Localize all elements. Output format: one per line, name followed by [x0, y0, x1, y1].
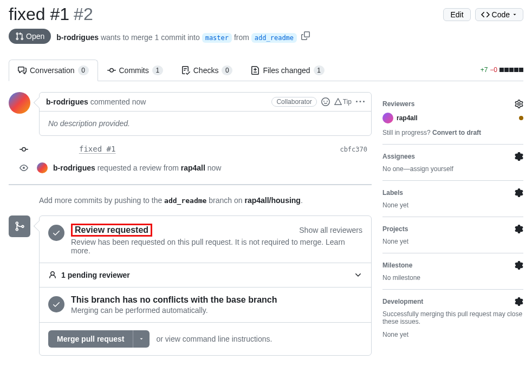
review-requested-body: Review has been requested on this pull r… — [71, 238, 362, 255]
merge-panel: Review requested Show all reviewers Revi… — [39, 215, 372, 356]
gear-icon[interactable] — [515, 225, 523, 233]
comment-discussion-icon — [18, 66, 27, 75]
event-time: now — [205, 164, 222, 172]
sidebar-development-body: Successfully merging this pull request m… — [382, 310, 523, 325]
check-icon — [52, 300, 61, 309]
diff-blocks-icon — [499, 68, 523, 72]
avatar — [382, 113, 393, 123]
event-target[interactable]: rap4all — [181, 164, 205, 172]
show-all-reviewers-link[interactable]: Show all reviewers — [299, 226, 362, 234]
state-label: Open — [26, 32, 44, 41]
assign-yourself-link[interactable]: assign yourself — [410, 165, 453, 173]
convert-draft-link[interactable]: Convert to draft — [432, 129, 481, 136]
sidebar-milestone-body: No milestone — [382, 274, 523, 282]
gear-icon[interactable] — [515, 188, 523, 197]
state-badge: Open — [9, 29, 51, 44]
pending-reviewer-row[interactable]: 1 pending reviewer — [48, 271, 362, 279]
tab-commits-count: 1 — [152, 66, 163, 75]
comment-body: No description provided. — [40, 112, 371, 135]
comment-box: b-rodrigues commented now Collaborator T… — [39, 92, 372, 136]
pr-title-wrap: fixed #1 #2 — [9, 4, 93, 24]
tab-conversation-label: Conversation — [30, 66, 75, 75]
check-icon — [52, 228, 61, 237]
head-branch[interactable]: add_readme — [251, 33, 297, 43]
meta-author[interactable]: b-rodrigues — [56, 33, 99, 42]
avatar[interactable] — [37, 162, 48, 173]
commit-row: fixed #1 cbfc370 — [9, 145, 372, 154]
avatar[interactable] — [9, 92, 30, 114]
tab-files[interactable]: Files changed 1 — [242, 60, 333, 81]
commit-sha[interactable]: cbfc370 — [340, 146, 367, 153]
gear-icon[interactable] — [515, 297, 523, 306]
role-badge: Collaborator — [271, 97, 316, 107]
pending-dot-icon — [519, 116, 523, 120]
base-branch[interactable]: master — [202, 33, 232, 43]
comment-time[interactable]: now — [132, 97, 146, 106]
tab-commits-label: Commits — [119, 66, 149, 75]
status-circle — [48, 296, 64, 312]
diffstat: +7 −0 — [481, 66, 523, 74]
copilot-tip[interactable]: Tip — [334, 98, 352, 106]
gear-icon[interactable] — [515, 261, 523, 270]
sidebar-projects-title: Projects — [382, 225, 408, 233]
gear-icon[interactable] — [515, 100, 523, 108]
merge-icon-box — [9, 215, 30, 237]
no-conflicts-body: Merging can be performed automatically. — [71, 306, 277, 315]
sidebar-assignees-title: Assignees — [382, 153, 415, 160]
git-merge-icon — [14, 221, 25, 232]
cli-instructions-link[interactable]: command line instructions. — [183, 335, 273, 343]
pr-number: #2 — [74, 4, 93, 24]
smiley-icon[interactable] — [321, 97, 330, 106]
sidebar-assignees-body: No one—assign yourself — [382, 165, 523, 173]
code-button[interactable]: Code — [475, 8, 523, 21]
tab-conversation-count: 0 — [78, 66, 89, 75]
gear-icon[interactable] — [515, 152, 523, 161]
tab-checks[interactable]: Checks 0 — [172, 60, 242, 81]
tab-files-label: Files changed — [263, 66, 310, 75]
commit-icon — [107, 66, 116, 75]
diff-additions: +7 — [481, 66, 488, 74]
code-icon — [481, 10, 490, 19]
chevron-down-icon — [354, 271, 362, 279]
sidebar-reviewers-title: Reviewers — [382, 100, 414, 108]
edit-button[interactable]: Edit — [443, 8, 470, 21]
sidebar-development-none: None yet — [382, 331, 523, 338]
meta-text: b-rodrigues wants to merge 1 commit into… — [56, 31, 310, 42]
caret-down-icon — [512, 12, 517, 17]
commit-message[interactable]: fixed #1 — [79, 145, 115, 154]
caret-down-icon — [139, 336, 144, 342]
review-requested-event: b-rodrigues requested a review from rap4… — [9, 162, 372, 173]
merge-pull-request-button[interactable]: Merge pull request — [48, 330, 133, 348]
tab-checks-label: Checks — [193, 66, 219, 75]
sidebar-development-title: Development — [382, 298, 423, 305]
diff-deletions: −0 — [490, 66, 497, 74]
eye-icon — [20, 164, 28, 172]
tab-commits[interactable]: Commits 1 — [98, 60, 172, 81]
pull-request-icon — [15, 32, 24, 41]
review-requested-title: Review requested — [75, 225, 148, 234]
or-view-text: or view command line instructions. — [156, 335, 272, 343]
commit-icon — [20, 145, 28, 154]
checklist-icon — [181, 66, 190, 75]
person-icon — [48, 271, 57, 279]
reviewer-name: rap4all — [397, 114, 418, 122]
pr-title: fixed #1 — [9, 4, 69, 24]
file-diff-icon — [251, 66, 259, 75]
code-button-label: Code — [492, 10, 510, 19]
comment-author[interactable]: b-rodrigues — [46, 97, 88, 106]
reviewer-row[interactable]: rap4all — [382, 113, 523, 123]
sidebar-projects-body: None yet — [382, 238, 523, 245]
tab-checks-count: 0 — [222, 66, 232, 75]
push-hint: Add more commits by pushing to the add_r… — [39, 196, 372, 205]
tab-conversation[interactable]: Conversation 0 — [9, 60, 98, 81]
kebab-icon[interactable] — [356, 97, 365, 106]
status-circle — [48, 225, 64, 241]
sidebar-labels-title: Labels — [382, 189, 403, 197]
event-author[interactable]: b-rodrigues — [53, 164, 95, 172]
convert-draft-row: Still in progress? Convert to draft — [382, 129, 523, 136]
sidebar-milestone-title: Milestone — [382, 262, 412, 269]
no-conflicts-title: This branch has no conflicts with the ba… — [71, 295, 277, 305]
copy-icon[interactable] — [301, 31, 310, 40]
merge-options-caret[interactable] — [133, 330, 150, 348]
tab-files-count: 1 — [314, 66, 325, 75]
